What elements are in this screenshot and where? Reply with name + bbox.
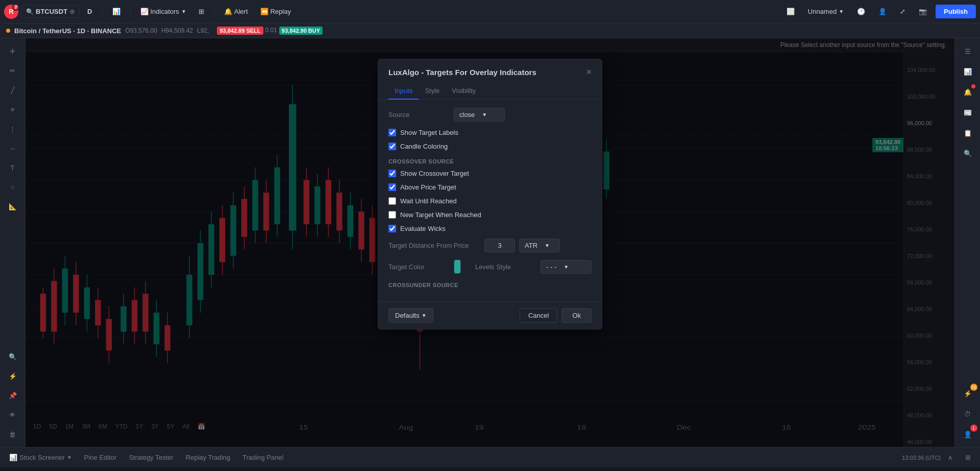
wait-until-reached-row: Wait Until Reached <box>388 197 592 205</box>
bottom-bar: 📊 Stock Screener ▼ Pine Editor Strategy … <box>0 447 980 467</box>
fullscreen-btn[interactable]: ⤢ <box>895 5 910 18</box>
top-bar-left: R 7 🔍 BTCUSDT ⊕ D 📊 📈 Indicators ▼ ⊞ 🔔 A <box>4 5 780 19</box>
indicators-btn[interactable]: 📈 Indicators ▼ <box>136 5 191 18</box>
top-bar: R 7 🔍 BTCUSDT ⊕ D 📊 📈 Indicators ▼ ⊞ 🔔 A <box>0 0 980 23</box>
trading-panel-btn[interactable]: Trading Panel <box>237 452 288 463</box>
tab-style[interactable]: Style <box>419 83 446 100</box>
evaluate-wicks-checkbox[interactable] <box>388 225 396 232</box>
open-price: O93,576.00 <box>125 27 157 34</box>
chevron-down-icon: ▼ <box>545 243 550 248</box>
screener-btn[interactable]: 🔍 <box>959 145 976 162</box>
scroll-up-btn[interactable]: ∧ <box>943 452 958 463</box>
target-distance-unit-select[interactable]: ATR ▼ <box>519 239 560 252</box>
chart-type-btn[interactable]: 📊 <box>108 5 125 18</box>
timeframe-btn[interactable]: D <box>83 5 96 18</box>
alert-list-btn[interactable]: 🔔 <box>959 83 976 101</box>
new-target-when-reached-label[interactable]: New Target When Reached <box>400 211 481 219</box>
target-color-swatch[interactable] <box>454 260 461 274</box>
alert-btn[interactable]: 🔔 Alert <box>219 5 253 18</box>
modal-header: LuxAlgo - Targets For Overlay Indicators… <box>378 59 602 77</box>
candle-coloring-label[interactable]: Candle Coloring <box>400 143 448 150</box>
tab-visibility[interactable]: Visibility <box>446 83 482 100</box>
clock-btn[interactable]: 🕐 <box>852 5 870 18</box>
evaluate-wicks-label[interactable]: Evaluate Wicks <box>400 225 446 232</box>
replay-btn[interactable]: ⏪ Replay <box>256 5 296 18</box>
show-crossover-target-checkbox[interactable] <box>388 170 396 177</box>
shape-tool[interactable]: ○ <box>4 178 21 196</box>
coin-icon <box>6 29 10 33</box>
channel-tool[interactable]: ≡ <box>4 101 21 118</box>
speed-dial-btn[interactable]: ⏱ <box>959 405 976 422</box>
show-target-labels-label[interactable]: Show Target Labels <box>400 129 458 136</box>
wait-until-reached-checkbox[interactable] <box>388 197 396 205</box>
sell-price-tag: 93,842.89 SELL <box>217 27 263 35</box>
modal-footer: Defaults ▼ Cancel Ok <box>378 301 602 329</box>
above-price-target-row: Above Price Target <box>388 183 592 191</box>
wait-until-reached-label[interactable]: Wait Until Reached <box>400 197 457 205</box>
scroll-down-btn[interactable]: ⊞ <box>960 452 976 463</box>
show-crossover-target-label[interactable]: Show Crossover Target <box>400 170 469 177</box>
trash-tool[interactable]: 🗑 <box>4 426 21 443</box>
pine-editor-btn[interactable]: Pine Editor <box>79 452 122 463</box>
chart-info-btn[interactable]: 📊 <box>959 63 976 80</box>
text-tool[interactable]: T <box>4 159 21 176</box>
show-target-labels-checkbox[interactable] <box>388 129 396 136</box>
new-target-when-reached-checkbox[interactable] <box>388 211 396 219</box>
data-window-btn[interactable]: 📋 <box>959 124 976 142</box>
news-btn[interactable]: 📰 <box>959 104 976 121</box>
levels-style-select[interactable]: - - - ▼ <box>541 260 592 274</box>
above-price-target-checkbox[interactable] <box>388 183 396 191</box>
user-btn[interactable]: 👤 <box>874 5 891 18</box>
candle-coloring-checkbox[interactable] <box>388 143 396 150</box>
right-toolbar: ☰ 📊 🔔 📰 📋 🔍 ⚡ 20 ⏱ 👤 1 <box>954 38 980 447</box>
screener-icon: 📊 <box>9 454 17 461</box>
fibonaci-tool[interactable]: ⋮ <box>4 120 21 137</box>
pen-tool[interactable]: ✏ <box>4 62 21 79</box>
magnet-tool[interactable]: ⚡ <box>4 367 21 385</box>
top-bar-right: ⬜ Unnamed ▼ 🕐 👤 ⤢ 📷 Publish <box>782 5 976 18</box>
publish-button[interactable]: Publish <box>936 5 976 18</box>
eye-tool[interactable]: 👁 <box>4 406 21 423</box>
modal-close-btn[interactable]: × <box>586 67 592 77</box>
unnamed-btn[interactable]: Unnamed ▼ <box>803 5 848 18</box>
symbol-selector[interactable]: 🔍 BTCUSDT ⊕ <box>21 5 80 18</box>
levels-style-value: - - - <box>546 263 556 271</box>
cancel-button[interactable]: Cancel <box>520 308 557 323</box>
add-symbol-icon[interactable]: ⊕ <box>69 8 75 15</box>
zoom-tool[interactable]: 🔍 <box>4 348 21 365</box>
tab-inputs[interactable]: Inputs <box>388 83 419 100</box>
symbol-text: BTCUSDT <box>36 8 67 15</box>
replay-trading-btn[interactable]: Replay Trading <box>181 452 235 463</box>
target-distance-input[interactable] <box>484 239 515 252</box>
pin-tool[interactable]: 📌 <box>4 387 21 404</box>
settings-btn[interactable]: ⚡ 20 <box>959 385 976 402</box>
layout-icon: ⬜ <box>787 8 795 15</box>
grid-icon: ⊞ <box>199 8 204 15</box>
line-tool[interactable]: ╱ <box>4 81 21 99</box>
strategy-label: Strategy Tester <box>129 454 173 461</box>
crosshair-tool[interactable]: ✛ <box>4 42 21 60</box>
source-value: close <box>459 111 475 119</box>
watchlist-btn[interactable]: ☰ <box>959 42 976 60</box>
stock-screener-btn[interactable]: 📊 Stock Screener ▼ <box>4 452 77 463</box>
footer-actions: Cancel Ok <box>520 308 592 323</box>
user-menu-btn[interactable]: 👤 1 <box>959 426 976 443</box>
target-distance-label: Target Distance From Price <box>388 242 480 249</box>
strategy-tester-btn[interactable]: Strategy Tester <box>124 452 178 463</box>
predict-tool[interactable]: 📐 <box>4 198 21 215</box>
templates-btn[interactable]: ⊞ <box>194 5 209 18</box>
measure-tool[interactable]: ↔ <box>4 139 21 157</box>
user-badge[interactable]: R 7 <box>4 5 18 19</box>
layout-btn[interactable]: ⬜ <box>782 5 799 18</box>
source-select[interactable]: close ▼ <box>454 108 505 122</box>
ok-button[interactable]: Ok <box>561 308 592 323</box>
defaults-button[interactable]: Defaults ▼ <box>388 308 433 323</box>
chevron-down-icon: ▼ <box>181 9 186 14</box>
divider2 <box>130 6 131 18</box>
target-distance-row: Target Distance From Price ATR ▼ <box>388 239 592 252</box>
pine-label: Pine Editor <box>84 454 117 461</box>
above-price-target-label[interactable]: Above Price Target <box>400 183 456 191</box>
low-price: L92, <box>197 27 209 34</box>
crossunder-section-label: CROSSUNDER SOURCE <box>388 282 592 288</box>
camera-btn[interactable]: 📷 <box>914 5 932 18</box>
